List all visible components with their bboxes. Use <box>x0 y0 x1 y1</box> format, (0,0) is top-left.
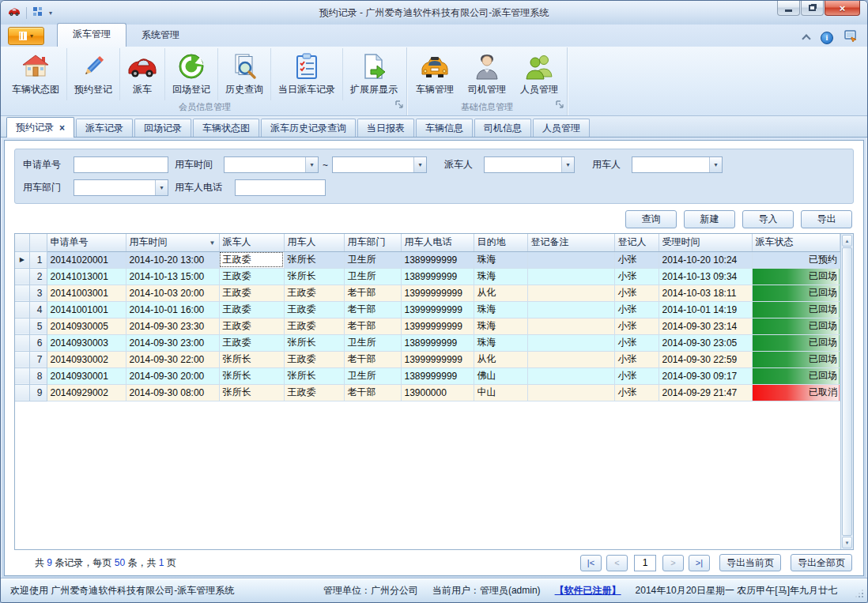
ribbon-button-today-dispatch-records[interactable]: 当日派车记录 <box>270 48 342 100</box>
collapse-ribbon-icon[interactable] <box>802 34 810 43</box>
ribbon-button-return-register[interactable]: 回场登记 <box>164 48 217 100</box>
cell-user[interactable]: 王政委 <box>284 384 344 401</box>
department-combo[interactable]: ▾ <box>74 179 168 196</box>
cell-remark[interactable] <box>527 367 614 384</box>
cell-destination[interactable]: 中山 <box>474 384 527 401</box>
ribbon-button-vehicle-status-map[interactable]: 车辆状态图 <box>5 48 66 100</box>
cell-destination[interactable]: 珠海 <box>474 268 527 285</box>
col-header-request-no[interactable]: 申请单号 <box>47 234 126 251</box>
cell-dispatcher[interactable]: 王政委 <box>219 285 284 301</box>
import-button[interactable]: 导入 <box>742 210 794 228</box>
vertical-scrollbar[interactable]: ▲ ▼ <box>840 234 853 549</box>
sort-desc-icon[interactable]: ▼ <box>209 239 216 247</box>
quick-access-toolbar-icon[interactable] <box>32 6 43 20</box>
chevron-down-icon[interactable]: ▾ <box>305 157 318 172</box>
cell-remark[interactable] <box>527 318 614 334</box>
register-status-link[interactable]: 【软件已注册】 <box>555 584 621 597</box>
cell-request_no[interactable]: 20140930002 <box>47 351 126 367</box>
cell-accept_time[interactable]: 2014-10-13 09:34 <box>659 268 752 285</box>
table-row[interactable]: 9201409290022014-09-30 08:00张所长王政委老干部139… <box>15 384 840 401</box>
cell-registrar[interactable]: 小张 <box>614 268 659 285</box>
ribbon-button-dispatch[interactable]: 派车 <box>119 48 164 100</box>
cell-registrar[interactable]: 小张 <box>614 351 659 367</box>
phone-input[interactable] <box>235 179 326 196</box>
app-menu-button[interactable]: ▾ <box>8 27 44 45</box>
col-header-user[interactable]: 用车人 <box>284 234 344 251</box>
resize-grip-icon[interactable] <box>855 590 863 597</box>
cell-user[interactable]: 王政委 <box>284 301 344 318</box>
col-header-registrar[interactable]: 登记人 <box>614 234 659 251</box>
query-button[interactable]: 查询 <box>625 210 677 228</box>
cell-user[interactable]: 王政委 <box>284 318 344 334</box>
chevron-down-icon[interactable]: ▾ <box>155 180 168 195</box>
table-row[interactable]: 6201409300032014-09-30 23:00王政委张所长卫生所138… <box>15 334 840 351</box>
col-header-remark[interactable]: 登记备注 <box>527 234 614 251</box>
cell-destination[interactable]: 从化 <box>474 285 527 301</box>
cell-phone[interactable]: 13999999999 <box>401 318 474 334</box>
use-time-to-combo[interactable]: ▾ <box>332 156 427 173</box>
cell-dispatcher[interactable]: 王政委 <box>219 251 284 268</box>
cell-user[interactable]: 张所长 <box>284 367 344 384</box>
tab-close-icon[interactable]: × <box>59 123 65 133</box>
cell-remark[interactable] <box>527 351 614 367</box>
cell-remark[interactable] <box>527 251 614 268</box>
ribbon-button-vehicle-management[interactable]: 车辆管理 <box>409 48 461 100</box>
cell-dispatcher[interactable]: 王政委 <box>219 318 284 334</box>
cell-dispatcher[interactable]: 王政委 <box>219 268 284 285</box>
cell-destination[interactable]: 从化 <box>474 351 527 367</box>
title-bar[interactable]: ▾ 预约记录 - 广州爱奇迪软件科技有限公司-派车管理系统 × <box>1 1 867 24</box>
cell-accept_time[interactable]: 2014-10-03 18:11 <box>659 285 752 301</box>
cell-request_no[interactable]: 20140930001 <box>47 367 126 384</box>
request-no-input[interactable] <box>74 156 168 173</box>
cell-phone[interactable]: 1389999999 <box>401 367 474 384</box>
cell-department[interactable]: 卫生所 <box>344 367 401 384</box>
table-row[interactable]: 3201410030012014-10-03 20:00王政委王政委老干部139… <box>15 285 840 301</box>
restore-button[interactable] <box>801 1 824 16</box>
cell-accept_time[interactable]: 2014-09-30 23:05 <box>659 334 752 351</box>
cell-department[interactable]: 卫生所 <box>344 334 401 351</box>
cell-phone[interactable]: 1389999999 <box>401 268 474 285</box>
cell-use_time[interactable]: 2014-10-20 13:00 <box>126 251 219 268</box>
col-header-dispatcher[interactable]: 派车人 <box>219 234 284 251</box>
tab-vehicle-status-map[interactable]: 车辆状态图 <box>193 119 259 137</box>
cell-use_time[interactable]: 2014-09-30 23:00 <box>126 334 219 351</box>
cell-remark[interactable] <box>527 301 614 318</box>
cell-department[interactable]: 老干部 <box>344 384 401 401</box>
tab-dispatch-history-query[interactable]: 派车历史记录查询 <box>261 119 356 137</box>
scrollbar-thumb[interactable] <box>842 247 852 536</box>
minimize-button[interactable] <box>777 1 800 16</box>
cell-registrar[interactable]: 小张 <box>614 251 659 268</box>
cell-status[interactable]: 已取消 <box>752 384 840 401</box>
cell-dispatcher[interactable]: 王政委 <box>219 301 284 318</box>
last-page-button[interactable]: >| <box>689 555 710 571</box>
cell-department[interactable]: 老干部 <box>344 285 401 301</box>
cell-department[interactable]: 老干部 <box>344 318 401 334</box>
cell-phone[interactable]: 13999999999 <box>401 301 474 318</box>
cell-user[interactable]: 张所长 <box>284 268 344 285</box>
tab-dispatch-records[interactable]: 派车记录 <box>76 119 133 137</box>
cell-use_time[interactable]: 2014-09-30 22:00 <box>126 351 219 367</box>
first-page-button[interactable]: |< <box>580 555 602 571</box>
cell-accept_time[interactable]: 2014-09-30 23:14 <box>659 318 752 334</box>
cell-destination[interactable]: 珠海 <box>474 334 527 351</box>
cell-use_time[interactable]: 2014-10-01 16:00 <box>126 301 219 318</box>
chevron-down-icon[interactable]: ▾ <box>413 157 426 172</box>
cell-remark[interactable] <box>527 384 614 401</box>
ribbon-button-reservation-register[interactable]: 预约登记 <box>66 48 119 100</box>
cell-status[interactable]: 已回场 <box>752 367 840 384</box>
cell-registrar[interactable]: 小张 <box>614 367 659 384</box>
quick-access-dropdown-icon[interactable]: ▾ <box>49 9 52 17</box>
cell-request_no[interactable]: 20141013001 <box>47 268 126 285</box>
cell-dispatcher[interactable]: 王政委 <box>219 334 284 351</box>
table-row[interactable]: 4201410010012014-10-01 16:00王政委王政委老干部139… <box>15 301 840 318</box>
tab-personnel-management[interactable]: 人员管理 <box>533 119 590 137</box>
cell-use_time[interactable]: 2014-10-13 15:00 <box>126 268 219 285</box>
info-icon[interactable]: i <box>821 32 833 44</box>
cell-dispatcher[interactable]: 张所长 <box>219 384 284 401</box>
prev-page-button[interactable]: < <box>606 555 628 571</box>
cell-status[interactable]: 已回场 <box>752 334 840 351</box>
cell-use_time[interactable]: 2014-10-03 20:00 <box>126 285 219 301</box>
close-button[interactable]: × <box>825 1 860 16</box>
cell-dispatcher[interactable]: 张所长 <box>219 351 284 367</box>
cell-phone[interactable]: 13900000 <box>401 384 474 401</box>
